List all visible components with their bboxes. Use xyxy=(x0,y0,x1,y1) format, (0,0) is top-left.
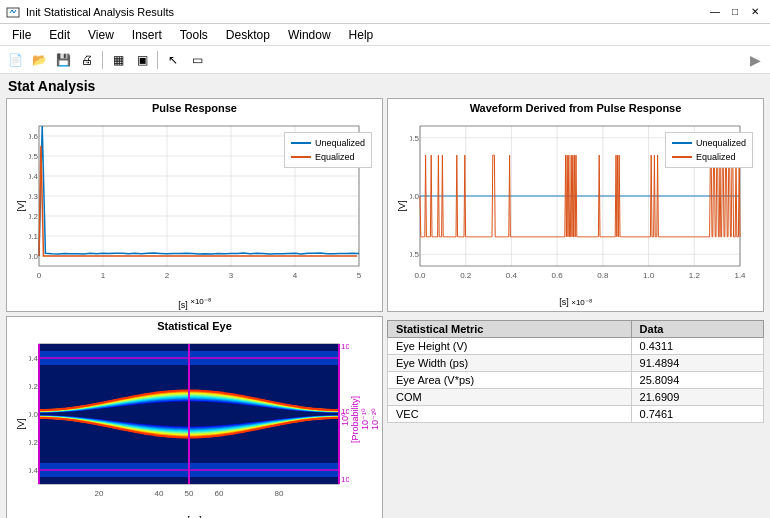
stats-header-data: Data xyxy=(631,321,763,338)
waveform-y-label: [V] xyxy=(397,200,407,211)
waveform-legend-unequalized-label: Unequalized xyxy=(696,136,746,150)
toolbar: 📄 📂 💾 🖨 ▦ ▣ ↖ ▭ ▶ xyxy=(0,46,770,74)
menu-file[interactable]: File xyxy=(4,26,39,44)
waveform-legend-line-unequalized xyxy=(672,142,692,144)
metric-cell: Eye Height (V) xyxy=(388,338,632,355)
plots-grid: Pulse Response [V] Unequalized Equalized… xyxy=(6,98,764,518)
arrow-button[interactable]: ↖ xyxy=(162,49,184,71)
table-row: Eye Width (ps)91.4894 xyxy=(388,355,764,372)
app-icon xyxy=(6,4,22,20)
window-controls[interactable]: — □ ✕ xyxy=(706,3,764,21)
pulse-response-title: Pulse Response xyxy=(7,99,382,116)
stats-header-metric: Statistical Metric xyxy=(388,321,632,338)
waveform-area: [V] Unequalized Equalized xyxy=(388,116,763,296)
statistical-eye-y-label: [V] xyxy=(16,418,26,429)
metric-cell: Eye Width (ps) xyxy=(388,355,632,372)
svg-rect-0 xyxy=(7,8,19,17)
menu-edit[interactable]: Edit xyxy=(41,26,78,44)
menu-help[interactable]: Help xyxy=(341,26,382,44)
menu-window[interactable]: Window xyxy=(280,26,339,44)
value-cell: 0.4311 xyxy=(631,338,763,355)
maximize-button[interactable]: □ xyxy=(726,3,744,21)
save-button[interactable]: 💾 xyxy=(52,49,74,71)
menu-desktop[interactable]: Desktop xyxy=(218,26,278,44)
waveform-title: Waveform Derived from Pulse Response xyxy=(388,99,763,116)
prob-label: [Probability] xyxy=(350,395,360,442)
menu-insert[interactable]: Insert xyxy=(124,26,170,44)
table-row: COM21.6909 xyxy=(388,389,764,406)
open-button[interactable]: 📂 xyxy=(28,49,50,71)
waveform-legend: Unequalized Equalized xyxy=(665,132,753,168)
stats-table: Statistical Metric Data Eye Height (V)0.… xyxy=(387,320,764,423)
waveform-legend-equalized-label: Equalized xyxy=(696,150,736,164)
tool1-button[interactable]: ▦ xyxy=(107,49,129,71)
waveform-plot: Waveform Derived from Pulse Response [V]… xyxy=(387,98,764,312)
table-row: Eye Height (V)0.4311 xyxy=(388,338,764,355)
menu-tools[interactable]: Tools xyxy=(172,26,216,44)
statistical-eye-plot: Statistical Eye [V] 10⁰ [Probability] 10… xyxy=(6,316,383,518)
waveform-legend-equalized: Equalized xyxy=(672,150,746,164)
table-row: Eye Area (V*ps)25.8094 xyxy=(388,372,764,389)
insert-button[interactable]: ▭ xyxy=(186,49,208,71)
legend-line-equalized xyxy=(291,156,311,158)
tool2-button[interactable]: ▣ xyxy=(131,49,153,71)
prob-mid: 10⁻¹⁰ xyxy=(360,408,370,430)
statistical-eye-title: Statistical Eye xyxy=(7,317,382,334)
new-button[interactable]: 📄 xyxy=(4,49,26,71)
value-cell: 25.8094 xyxy=(631,372,763,389)
pulse-response-plot: Pulse Response [V] Unequalized Equalized… xyxy=(6,98,383,312)
metric-cell: VEC xyxy=(388,406,632,423)
print-button[interactable]: 🖨 xyxy=(76,49,98,71)
close-button[interactable]: ✕ xyxy=(746,3,764,21)
pulse-response-x-label: [s] ×10⁻⁸ xyxy=(7,296,382,311)
legend-unequalized-label: Unequalized xyxy=(315,136,365,150)
metric-cell: COM xyxy=(388,389,632,406)
minimize-button[interactable]: — xyxy=(706,3,724,21)
value-cell: 0.7461 xyxy=(631,406,763,423)
menu-bar: File Edit View Insert Tools Desktop Wind… xyxy=(0,24,770,46)
waveform-legend-line-equalized xyxy=(672,156,692,158)
metric-cell: Eye Area (V*ps) xyxy=(388,372,632,389)
legend-equalized: Equalized xyxy=(291,150,365,164)
prob-max: 10⁰ xyxy=(340,412,350,426)
help-icon-button[interactable]: ▶ xyxy=(744,49,766,71)
value-cell: 21.6909 xyxy=(631,389,763,406)
bottom-right-area: Statistical Metric Data Eye Height (V)0.… xyxy=(387,316,764,518)
pulse-response-area: [V] Unequalized Equalized xyxy=(7,116,382,296)
waveform-x-label: [s] ×10⁻⁸ xyxy=(388,296,763,308)
toolbar-separator-1 xyxy=(102,51,103,69)
table-row: VEC0.7461 xyxy=(388,406,764,423)
pulse-response-legend: Unequalized Equalized xyxy=(284,132,372,168)
statistical-eye-right-y-label: 10⁰ [Probability] 10⁻¹⁰ 10⁻²⁰ xyxy=(340,334,380,504)
legend-line-unequalized xyxy=(291,142,311,144)
prob-min: 10⁻²⁰ xyxy=(370,408,380,430)
statistical-eye-area: [V] 10⁰ [Probability] 10⁻¹⁰ 10⁻²⁰ xyxy=(7,334,382,514)
pulse-response-y-label: [V] xyxy=(16,200,26,211)
legend-unequalized: Unequalized xyxy=(291,136,365,150)
window-title: Init Statistical Analysis Results xyxy=(26,6,706,18)
value-cell: 91.4894 xyxy=(631,355,763,372)
menu-view[interactable]: View xyxy=(80,26,122,44)
statistical-eye-x-label: [ps] xyxy=(7,514,382,518)
content-area: Stat Analysis Pulse Response [V] Unequal… xyxy=(0,74,770,518)
title-bar: Init Statistical Analysis Results — □ ✕ xyxy=(0,0,770,24)
toolbar-separator-2 xyxy=(157,51,158,69)
section-title: Stat Analysis xyxy=(6,78,764,94)
legend-equalized-label: Equalized xyxy=(315,150,355,164)
waveform-legend-unequalized: Unequalized xyxy=(672,136,746,150)
